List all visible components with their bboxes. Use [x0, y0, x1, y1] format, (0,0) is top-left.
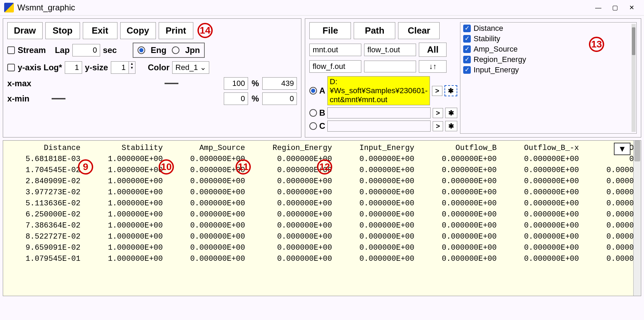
lap-input[interactable]	[72, 44, 100, 56]
language-group: Eng Jpn	[133, 43, 205, 58]
xmax-label: x-max	[7, 79, 31, 88]
path-b-go-button[interactable]: >	[433, 108, 443, 118]
yaxis-log-label: y-axis Log*	[18, 63, 62, 72]
left-panel: Draw Stop Exit Copy Print Stream Lap sec…	[3, 18, 301, 137]
data-grid: ▼ Distance Stability Amp_Source Region_E…	[3, 140, 641, 296]
checklist-scrollbar-thumb[interactable]	[632, 27, 635, 55]
path-c-star-button[interactable]: ✱	[445, 121, 457, 131]
path-c-label: C	[319, 121, 325, 131]
swap-button[interactable]: ↓↑	[419, 60, 447, 73]
exit-button[interactable]: Exit	[83, 22, 117, 39]
xmin-val-input[interactable]	[262, 92, 297, 105]
ysize-input[interactable]	[111, 62, 129, 73]
file3-box[interactable]: flow_f.out	[309, 60, 361, 73]
check-input-energy[interactable]	[463, 66, 471, 74]
print-button[interactable]: Print	[159, 22, 193, 39]
check-region-energy[interactable]	[463, 56, 471, 63]
path-a-go-button[interactable]: >	[432, 86, 442, 96]
stream-label: Stream	[18, 45, 46, 55]
path-a-label: A	[319, 86, 325, 96]
lang-jpn-radio[interactable]	[172, 46, 179, 54]
path-button[interactable]: Path	[354, 22, 395, 39]
grid-scrollbar[interactable]	[633, 141, 641, 296]
pct-label-2: %	[252, 94, 259, 104]
file-button[interactable]: File	[309, 22, 351, 39]
path-c-input[interactable]	[327, 121, 431, 132]
check-item-input-energy[interactable]: Input_Energy	[463, 65, 634, 74]
lang-eng-radio[interactable]	[138, 46, 145, 54]
color-value: Red_1	[175, 63, 198, 72]
path-b-label: B	[319, 108, 325, 118]
file2-box[interactable]: flow_t.out	[364, 44, 416, 56]
lap-label: Lap	[55, 45, 70, 55]
path-c-go-button[interactable]: >	[433, 121, 443, 131]
xmin-pct-input[interactable]	[224, 92, 248, 105]
xmin-label: x-min	[7, 94, 29, 104]
ysize-down-icon[interactable]: ▼	[129, 66, 135, 70]
color-select[interactable]: Red_1 ⌄	[172, 61, 209, 74]
xmin-slider[interactable]	[33, 98, 220, 100]
ysize-label: y-size	[85, 63, 108, 72]
maximize-button[interactable]: ▢	[607, 2, 623, 13]
color-label: Color	[148, 63, 170, 72]
lap-unit: sec	[103, 45, 117, 55]
path-b-input[interactable]	[327, 107, 431, 118]
check-item-region-energy[interactable]: Region_Energy	[463, 55, 634, 64]
check-stability-label: Stability	[474, 34, 500, 43]
check-distance[interactable]	[463, 25, 471, 32]
stream-checkbox[interactable]	[7, 46, 15, 54]
check-region-energy-label: Region_Energy	[474, 55, 526, 64]
all-button[interactable]: All	[419, 43, 447, 57]
path-a-input[interactable]: D:¥Ws_soft¥Samples¥230601-cnt&mnt¥mnt.ou…	[327, 76, 430, 105]
check-stability[interactable]	[463, 35, 471, 43]
lang-jpn-label: Jpn	[185, 45, 200, 55]
minimize-button[interactable]: —	[590, 2, 607, 13]
grid-scrollbar-thumb[interactable]	[634, 141, 640, 161]
pct-label-1: %	[252, 79, 259, 88]
path-b-star-button[interactable]: ✱	[445, 108, 457, 118]
check-item-stability[interactable]: Stability	[463, 34, 634, 43]
path-b-radio[interactable]	[309, 109, 317, 117]
window-title: Wsmnt_graphic	[17, 3, 590, 12]
main-controls: Draw Stop Exit Copy Print Stream Lap sec…	[0, 16, 644, 140]
yaxis-log-input[interactable]	[65, 61, 82, 74]
check-input-energy-label: Input_Energy	[474, 65, 519, 74]
check-amp-source[interactable]	[463, 45, 471, 53]
file1-box[interactable]: mnt.out	[309, 44, 361, 56]
close-button[interactable]: ✕	[623, 2, 640, 13]
chevron-down-icon: ⌄	[200, 63, 206, 72]
grid-dropdown-button[interactable]: ▼	[614, 143, 630, 155]
ysize-spinner[interactable]: ▲ ▼	[111, 61, 135, 74]
path-c-radio[interactable]	[309, 122, 317, 130]
check-item-amp-source[interactable]: Amp_Source	[463, 45, 634, 54]
check-amp-source-label: Amp_Source	[474, 45, 518, 54]
app-icon	[4, 3, 14, 12]
draw-button[interactable]: Draw	[7, 22, 43, 39]
file4-box[interactable]	[364, 61, 416, 72]
lang-eng-label: Eng	[151, 45, 166, 55]
ysize-up-icon[interactable]: ▲	[129, 62, 135, 66]
file-controls: File Path Clear mnt.out flow_t.out All f…	[309, 22, 457, 134]
copy-button[interactable]: Copy	[120, 22, 156, 39]
xmax-slider[interactable]	[35, 82, 220, 85]
xmax-pct-input[interactable]	[224, 77, 248, 90]
clear-button[interactable]: Clear	[398, 22, 440, 39]
column-checklist: Distance Stability Amp_Source Region_Ene…	[460, 22, 637, 134]
titlebar: Wsmnt_graphic — ▢ ✕	[0, 0, 644, 16]
right-panel: File Path Clear mnt.out flow_t.out All f…	[305, 18, 641, 137]
check-item-distance[interactable]: Distance	[463, 24, 634, 33]
yaxis-log-checkbox[interactable]	[7, 64, 15, 71]
checklist-scrollbar[interactable]	[632, 24, 636, 132]
path-a-radio[interactable]	[309, 87, 317, 95]
stop-button[interactable]: Stop	[45, 22, 80, 39]
path-a-star-button[interactable]: ✱	[444, 85, 457, 96]
xmax-val-input[interactable]	[262, 77, 297, 90]
data-table: Distance Stability Amp_Source Region_Ene…	[3, 141, 641, 267]
check-distance-label: Distance	[474, 24, 503, 33]
